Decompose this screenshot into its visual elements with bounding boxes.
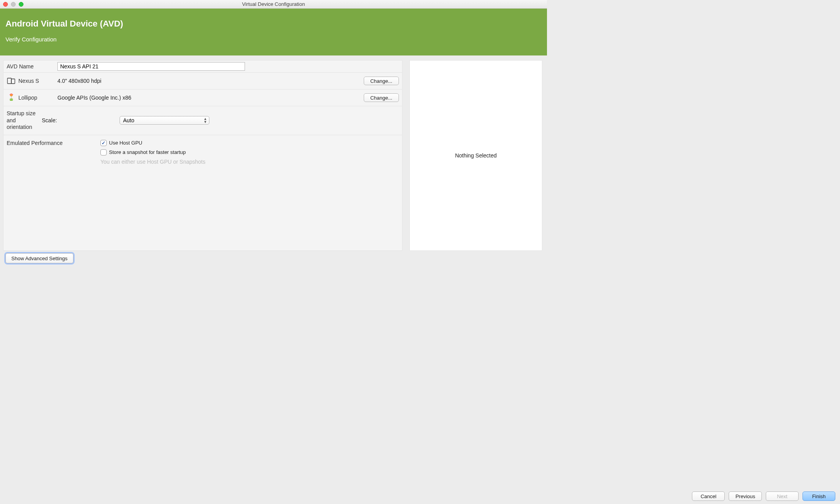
avd-name-input[interactable] bbox=[57, 62, 245, 71]
window-titlebar: Virtual Device Configuration bbox=[0, 0, 547, 9]
device-icon bbox=[7, 77, 16, 85]
svg-rect-1 bbox=[11, 79, 15, 84]
svg-point-5 bbox=[10, 99, 11, 99]
performance-label: Emulated Performance bbox=[7, 139, 77, 146]
snapshot-label: Store a snapshot for faster startup bbox=[109, 149, 186, 155]
svg-point-6 bbox=[12, 99, 12, 99]
avd-name-row: AVD Name bbox=[4, 61, 402, 73]
startup-row: Startup size and orientation Scale: Auto… bbox=[4, 106, 402, 135]
use-host-gpu-option[interactable]: Use Host GPU bbox=[100, 140, 206, 146]
svg-rect-4 bbox=[10, 98, 13, 101]
use-host-gpu-checkbox[interactable] bbox=[100, 140, 107, 146]
system-image-name: Lollipop bbox=[18, 95, 37, 101]
config-panel: AVD Name Nexus S 4.0" 480x800 hdpi Chang… bbox=[3, 60, 402, 251]
wizard-title: Android Virtual Device (AVD) bbox=[5, 19, 542, 29]
device-spec: 4.0" 480x800 hdpi bbox=[57, 78, 101, 84]
help-placeholder: Nothing Selected bbox=[455, 152, 497, 159]
svg-rect-0 bbox=[7, 78, 11, 84]
help-panel: Nothing Selected bbox=[409, 60, 542, 251]
snapshot-option[interactable]: Store a snapshot for faster startup bbox=[100, 149, 206, 155]
performance-hint: You can either use Host GPU or Snapshots bbox=[100, 159, 206, 165]
startup-label: Startup size and orientation bbox=[7, 110, 42, 131]
wizard-header: Android Virtual Device (AVD) Verify Conf… bbox=[0, 9, 547, 55]
wizard-subtitle: Verify Configuration bbox=[5, 36, 542, 43]
device-name: Nexus S bbox=[18, 78, 39, 84]
device-row: Nexus S 4.0" 480x800 hdpi Change... bbox=[4, 73, 402, 89]
use-host-gpu-label: Use Host GPU bbox=[109, 140, 142, 146]
snapshot-checkbox[interactable] bbox=[100, 149, 107, 155]
lollipop-icon bbox=[7, 94, 16, 102]
system-image-change-button[interactable]: Change... bbox=[364, 93, 399, 102]
svg-rect-3 bbox=[11, 96, 11, 98]
performance-row: Emulated Performance Use Host GPU Store … bbox=[4, 135, 402, 251]
avd-name-label: AVD Name bbox=[7, 63, 57, 70]
system-image-row: Lollipop Google APIs (Google Inc.) x86 C… bbox=[4, 89, 402, 106]
system-image-spec: Google APIs (Google Inc.) x86 bbox=[57, 95, 131, 101]
window-title: Virtual Device Configuration bbox=[0, 1, 547, 7]
scale-label: Scale: bbox=[42, 117, 57, 123]
show-advanced-settings-button[interactable]: Show Advanced Settings bbox=[5, 253, 73, 263]
device-change-button[interactable]: Change... bbox=[364, 77, 399, 85]
scale-select[interactable]: Auto bbox=[120, 116, 209, 125]
